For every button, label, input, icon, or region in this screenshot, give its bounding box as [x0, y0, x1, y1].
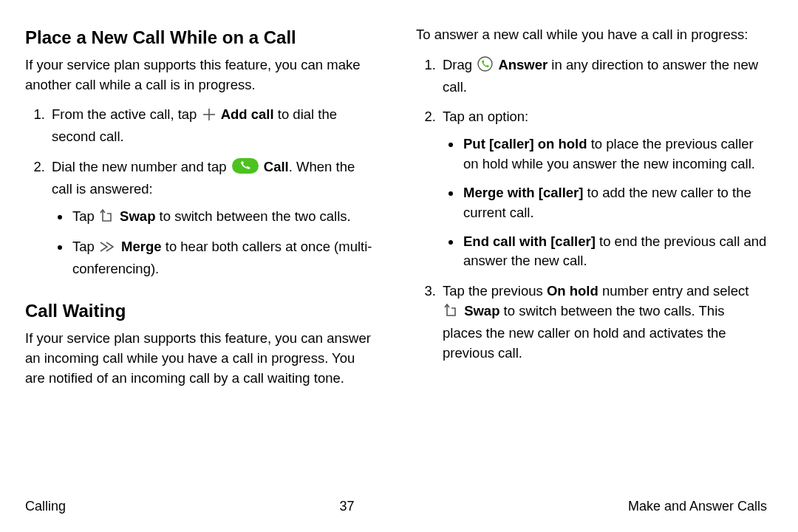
rstep-2: Tap an option: Put [caller] on hold to p…: [440, 107, 767, 271]
svg-point-3: [478, 57, 492, 71]
heading-place-new-call: Place a New Call While on a Call: [25, 25, 376, 51]
bold-label: Add call: [221, 106, 274, 122]
heading-call-waiting: Call Waiting: [25, 299, 376, 324]
rstep-1: Drag Answer in any direction to answer t…: [440, 55, 767, 98]
bold-label: End call with [caller]: [463, 233, 596, 249]
text: Tap the previous: [443, 283, 547, 299]
sub-merge: Tap Merge to hear both callers at once (…: [71, 237, 376, 279]
swap-icon: [444, 304, 459, 324]
swap-icon: [100, 209, 115, 229]
plus-icon: [202, 107, 216, 127]
bold-label: Answer: [498, 57, 548, 72]
opt-hold: Put [caller] on hold to place the previo…: [462, 134, 767, 174]
merge-icon: [100, 239, 116, 259]
bold-label: Merge: [121, 239, 162, 254]
left-column: Place a New Call While on a Call If your…: [25, 25, 376, 476]
sub-swap: Tap Swap to switch between the two calls…: [71, 207, 376, 229]
text: Tap: [72, 239, 98, 254]
right-column: To answer a new call while you have a ca…: [416, 25, 767, 476]
bold-label: Swap: [464, 303, 499, 318]
rstep-3: Tap the previous On hold number entry an…: [440, 282, 767, 363]
text: number entry and select: [598, 283, 749, 299]
footer-page-number: 37: [339, 499, 354, 514]
bold-label: Merge with [caller]: [463, 185, 583, 200]
opt-end: End call with [caller] to end the previo…: [462, 232, 767, 272]
page-footer: Calling 37 Make and Answer Calls: [25, 499, 767, 514]
step-2: Dial the new number and tap Call. When t…: [49, 157, 376, 279]
svg-rect-2: [232, 158, 259, 174]
call-waiting-para: If your service plan supports this featu…: [25, 329, 376, 388]
answer-circle-icon: [477, 56, 493, 78]
step-1: From the active call, tap Add call to di…: [49, 105, 376, 147]
call-button-icon: [232, 158, 259, 180]
text: Dial the new number and tap: [52, 159, 231, 174]
footer-right: Make and Answer Calls: [628, 499, 767, 514]
text: to switch between the two calls.: [155, 208, 350, 224]
bold-label: Put [caller] on hold: [463, 136, 587, 151]
option-bullets: Put [caller] on hold to place the previo…: [443, 134, 767, 271]
sub-bullets: Tap Swap to switch between the two calls…: [52, 207, 376, 279]
right-steps: Drag Answer in any direction to answer t…: [416, 55, 767, 364]
opt-merge: Merge with [caller] to add the new calle…: [462, 183, 767, 223]
right-intro: To answer a new call while you have a ca…: [416, 25, 767, 45]
text: to hear both callers at once (multi-conf…: [72, 239, 372, 276]
intro-para: If your service plan supports this featu…: [25, 55, 376, 95]
bold-label: Call: [264, 159, 289, 174]
text: Drag: [443, 57, 476, 72]
text: Tap an option:: [443, 109, 528, 124]
footer-left: Calling: [25, 499, 66, 514]
steps-list: From the active call, tap Add call to di…: [25, 105, 376, 279]
text: From the active call, tap: [52, 106, 201, 122]
text: Tap: [72, 208, 98, 224]
bold-label: On hold: [547, 283, 598, 299]
bold-label: Swap: [120, 208, 155, 224]
